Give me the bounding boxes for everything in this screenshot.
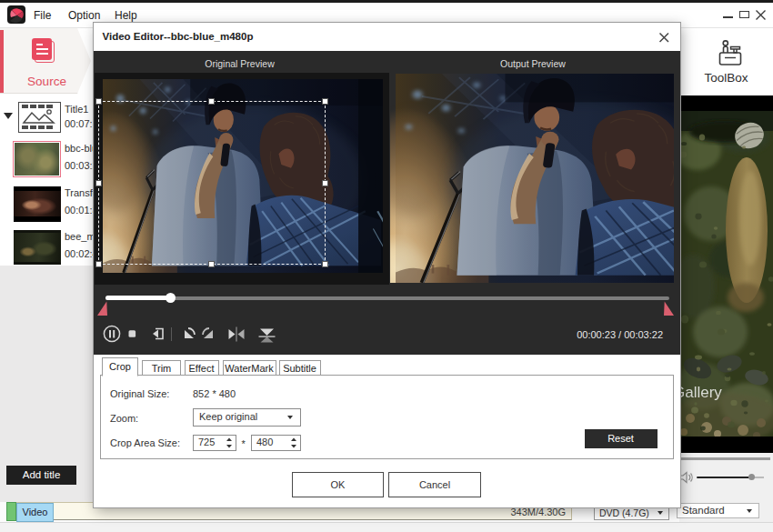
svg-text:Gallery: Gallery xyxy=(679,384,722,401)
svg-text:00:00:23 / 00:03:22: 00:00:23 / 00:03:22 xyxy=(577,328,663,339)
